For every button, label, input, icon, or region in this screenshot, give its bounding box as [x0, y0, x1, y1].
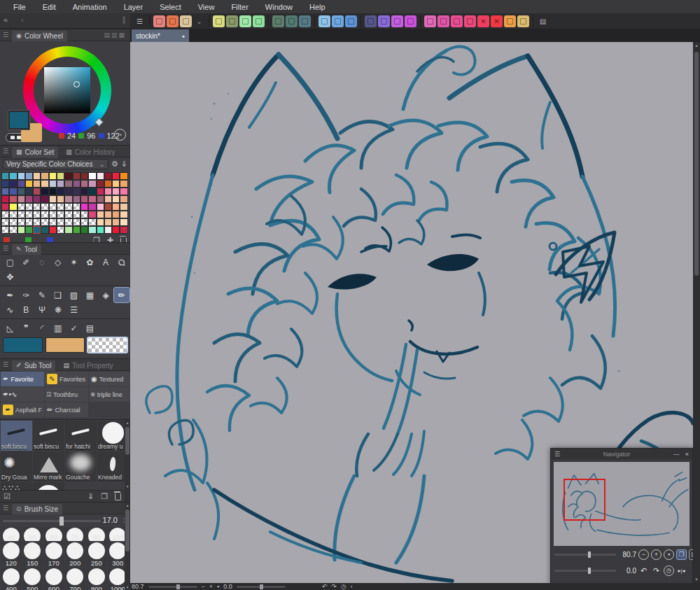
fill-layer-icon[interactable]	[226, 15, 238, 27]
color-swatch[interactable]	[41, 172, 48, 180]
color-swatch[interactable]	[1, 172, 9, 180]
gradient-tool[interactable]: ▥	[50, 321, 66, 335]
auto-select-tool[interactable]: ◌	[34, 255, 50, 269]
scroll-down-icon[interactable]: ▼	[125, 585, 130, 589]
delete-brush-icon[interactable]	[115, 493, 121, 500]
color-swatch[interactable]	[49, 203, 57, 211]
brush-item[interactable]: soft biscu	[1, 421, 32, 451]
color-swatch[interactable]	[64, 172, 72, 180]
color-swatch[interactable]	[120, 172, 127, 180]
add-brush-icon[interactable]: ❐	[101, 492, 108, 501]
fit-to-screen-icon[interactable]: ❐	[676, 549, 687, 560]
sub-tool-group-favorite[interactable]: ✒Favorite	[1, 372, 44, 386]
color-swatch[interactable]	[88, 195, 96, 203]
color-swatch[interactable]	[112, 218, 120, 226]
sub-tool-group-charcoal[interactable]: ✏Charcoal	[45, 402, 88, 417]
color-swatch[interactable]	[80, 211, 88, 218]
color-swatch[interactable]	[33, 195, 41, 203]
color-swatch[interactable]	[1, 188, 9, 195]
tab-color-history[interactable]: ▥ Color History	[62, 147, 119, 157]
rotate-ccw-icon[interactable]: ↶	[322, 583, 328, 590]
tab-tool[interactable]: ✎ Tool	[12, 244, 41, 255]
flip-horizontal-icon[interactable]: ▸|◂	[676, 566, 687, 576]
brush-item[interactable]: soft biscu	[33, 421, 64, 451]
color-swatch[interactable]	[104, 203, 112, 211]
color-swatch[interactable]	[88, 180, 96, 188]
color-swatch[interactable]	[112, 188, 120, 195]
color-swatch[interactable]	[18, 203, 25, 211]
zoom-tool[interactable]: Ϙ	[114, 255, 130, 269]
color-swatch[interactable]	[33, 211, 41, 218]
scroll-up-icon[interactable]: ▲	[125, 421, 130, 425]
brush-size-60[interactable]: 60	[43, 527, 64, 541]
color-swatch[interactable]	[73, 195, 80, 203]
vector-tool[interactable]: ✓	[66, 321, 82, 335]
color-swatch[interactable]	[80, 226, 88, 234]
color-swatch[interactable]	[120, 226, 127, 234]
status-rotate-slider[interactable]	[237, 586, 286, 588]
color-swatch[interactable]	[49, 172, 57, 180]
marker-tool[interactable]: ✏	[114, 288, 130, 302]
color-swatch[interactable]	[49, 226, 57, 234]
color-swatch[interactable]	[88, 218, 96, 226]
color-swatch[interactable]	[73, 172, 80, 180]
brush-size-200[interactable]: 200	[65, 542, 86, 567]
color-swatch[interactable]	[57, 218, 64, 226]
color-swatch[interactable]	[104, 188, 112, 195]
color-swatch[interactable]	[120, 195, 127, 203]
close-icon[interactable]: ×	[685, 451, 689, 458]
color-swatch[interactable]	[120, 211, 127, 218]
cancel-x-icon[interactable]: ✕	[491, 15, 503, 27]
color-swatch[interactable]	[9, 195, 17, 203]
curve-ruler-tool[interactable]: ◜	[34, 321, 50, 335]
operation-tool[interactable]: ▢	[2, 255, 18, 269]
color-swatch[interactable]	[80, 172, 88, 180]
color-swatch[interactable]	[64, 203, 72, 211]
zoom-out-tool-icon[interactable]	[405, 15, 416, 27]
brush-size-500[interactable]: 500	[22, 568, 43, 590]
panel-menu-icon[interactable]: ☰	[3, 505, 8, 512]
airbrush-tool[interactable]: ▨	[66, 288, 82, 302]
pencil-tool[interactable]: ✑	[18, 288, 34, 302]
color-swatch[interactable]	[112, 211, 120, 218]
status-zoom-slider[interactable]	[148, 586, 197, 588]
color-swatch[interactable]	[120, 180, 127, 188]
brush-list-scrollbar[interactable]: ▲ ▼	[125, 420, 130, 502]
color-swatch[interactable]	[41, 180, 48, 188]
color-swatch[interactable]	[120, 188, 127, 195]
edit-color-set-icon[interactable]: ⚙	[111, 160, 118, 169]
menu-layer[interactable]: Layer	[116, 1, 151, 13]
scroll-up-icon[interactable]: ▲	[125, 503, 130, 507]
menu-file[interactable]: File	[6, 1, 34, 13]
color-swatch[interactable]	[57, 172, 64, 180]
color-swatch[interactable]	[64, 226, 72, 234]
tab-color-set[interactable]: ▦ Color Set	[12, 147, 58, 157]
color-swatch[interactable]	[49, 218, 57, 226]
color-swatch[interactable]	[33, 188, 41, 195]
brush-size-50[interactable]: 50	[22, 527, 43, 541]
brush-size-700[interactable]: 700	[65, 568, 86, 590]
sub-tool-group[interactable]: ✒•∿	[1, 387, 44, 402]
document-tab[interactable]: stockin* ●	[132, 29, 189, 42]
color-swatch[interactable]	[25, 211, 33, 218]
show-all-checkbox-icon[interactable]: ☑	[4, 492, 10, 501]
color-swatch[interactable]	[25, 188, 33, 195]
canvas[interactable]: ☰ Navigator — ×	[130, 42, 693, 583]
red-swatch-chip[interactable]	[4, 237, 10, 242]
drag-handle-icon[interactable]: ∥	[122, 15, 127, 24]
color-slider-tabs-icon[interactable]: ▤▥▦	[104, 31, 126, 38]
color-swatch[interactable]	[64, 218, 72, 226]
color-swatch[interactable]	[64, 195, 72, 203]
rotate-ccw-icon[interactable]	[438, 15, 449, 27]
fit-screen-icon[interactable]	[424, 15, 436, 27]
color-swatch[interactable]	[97, 226, 104, 234]
flower-brush-tool[interactable]: ❋	[50, 302, 66, 317]
move-tool[interactable]: ✥	[2, 269, 18, 284]
import-brush-icon[interactable]: ⇓	[88, 492, 94, 501]
saturation-value-square[interactable]	[44, 67, 90, 113]
rotate-reset-icon[interactable]: ◷	[664, 566, 674, 576]
panel-menu-icon[interactable]: ☰	[3, 245, 8, 252]
brush-size-800[interactable]: 800	[86, 568, 107, 590]
color-swatch[interactable]	[88, 188, 96, 195]
color-swatch[interactable]	[73, 188, 80, 195]
